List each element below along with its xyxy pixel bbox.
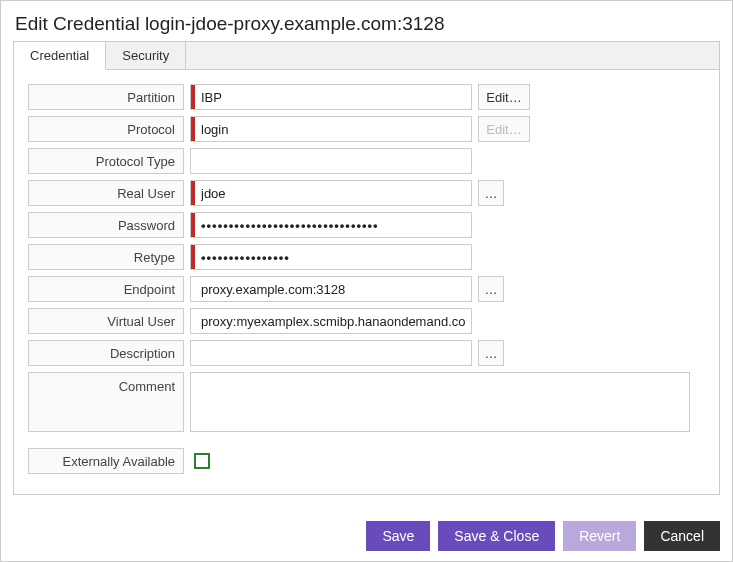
cancel-button[interactable]: Cancel (644, 521, 720, 551)
dialog-title: Edit Credential login-jdoe-proxy.example… (15, 13, 720, 35)
label-virtual-user: Virtual User (28, 308, 184, 334)
field-wrap-partition (190, 84, 472, 110)
partition-input[interactable] (195, 85, 471, 109)
label-endpoint: Endpoint (28, 276, 184, 302)
tab-bar: Credential Security (13, 41, 720, 70)
label-password: Password (28, 212, 184, 238)
label-real-user: Real User (28, 180, 184, 206)
field-wrap-virtual-user (190, 308, 472, 334)
description-input[interactable] (195, 341, 471, 365)
dialog-footer: Save Save & Close Revert Cancel (13, 511, 720, 551)
label-comment: Comment (28, 372, 184, 432)
field-wrap-real-user (190, 180, 472, 206)
field-wrap-retype (190, 244, 472, 270)
tab-credential[interactable]: Credential (14, 42, 106, 70)
tab-security[interactable]: Security (106, 42, 186, 69)
comment-textarea[interactable] (191, 373, 689, 431)
password-input[interactable] (195, 213, 471, 237)
revert-button: Revert (563, 521, 636, 551)
field-wrap-endpoint (190, 276, 472, 302)
real-user-browse-button[interactable]: … (478, 180, 504, 206)
field-wrap-protocol-type (190, 148, 472, 174)
protocol-input[interactable] (195, 117, 471, 141)
retype-input[interactable] (195, 245, 471, 269)
credential-panel: Partition Edit… Protocol Edit… Protocol … (13, 70, 720, 495)
description-browse-button[interactable]: … (478, 340, 504, 366)
label-protocol: Protocol (28, 116, 184, 142)
endpoint-input[interactable] (195, 277, 471, 301)
endpoint-browse-button[interactable]: … (478, 276, 504, 302)
field-wrap-password (190, 212, 472, 238)
field-wrap-comment (190, 372, 690, 432)
save-close-button[interactable]: Save & Close (438, 521, 555, 551)
externally-available-wrap (190, 448, 210, 474)
virtual-user-input[interactable] (195, 309, 471, 333)
save-button[interactable]: Save (366, 521, 430, 551)
label-partition: Partition (28, 84, 184, 110)
label-retype: Retype (28, 244, 184, 270)
protocol-type-input[interactable] (195, 149, 471, 173)
label-description: Description (28, 340, 184, 366)
real-user-input[interactable] (195, 181, 471, 205)
partition-edit-button[interactable]: Edit… (478, 84, 530, 110)
field-wrap-description (190, 340, 472, 366)
protocol-edit-button: Edit… (478, 116, 530, 142)
label-externally-available: Externally Available (28, 448, 184, 474)
label-protocol-type: Protocol Type (28, 148, 184, 174)
edit-credential-dialog: Edit Credential login-jdoe-proxy.example… (0, 0, 733, 562)
field-wrap-protocol (190, 116, 472, 142)
externally-available-checkbox[interactable] (194, 453, 210, 469)
